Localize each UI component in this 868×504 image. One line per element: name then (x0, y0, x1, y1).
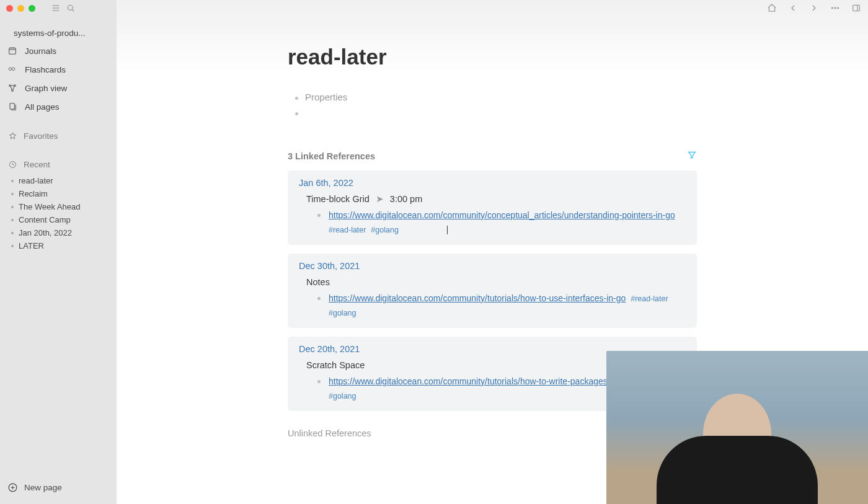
tag-link[interactable]: #golang (329, 392, 356, 400)
recent-label: Recent (24, 160, 50, 169)
linked-references-header[interactable]: 3 Linked References (288, 150, 697, 162)
close-window-button[interactable] (6, 5, 13, 12)
favorites-header[interactable]: Favorites (0, 127, 117, 144)
svg-point-0 (68, 5, 73, 10)
favorites-label: Favorites (24, 131, 58, 141)
reference-card: Jan 6th, 2022 Time-block Grid ➤ 3:00 pm … (288, 170, 697, 245)
svg-rect-6 (9, 48, 16, 54)
svg-rect-10 (10, 104, 14, 109)
svg-point-2 (835, 7, 836, 9)
reference-date-link[interactable]: Jan 6th, 2022 (299, 178, 353, 188)
calendar-icon (7, 46, 17, 56)
nav-journals[interactable]: Journals (0, 42, 117, 60)
chevron-right-icon: ➤ (376, 194, 384, 204)
recent-item[interactable]: The Week Ahead (9, 200, 117, 213)
text-cursor (447, 226, 448, 234)
search-icon[interactable] (65, 2, 76, 14)
webcam-overlay (606, 351, 868, 504)
recent-item[interactable]: Content Camp (9, 213, 117, 226)
reference-context[interactable]: Time-block Grid ➤ 3:00 pm (306, 194, 687, 204)
pages-icon (7, 102, 17, 112)
tag-link[interactable]: #golang (329, 309, 356, 317)
recent-item[interactable]: Reclaim (9, 187, 117, 200)
reference-card: Dec 30th, 2021 Notes https://www.digital… (288, 254, 697, 328)
sidebar: systems-of-produ... Journals Flashcards … (0, 0, 117, 504)
empty-block[interactable]: ​ (291, 105, 697, 120)
recent-item[interactable]: read-later (9, 174, 117, 187)
context-part: Scratch Space (306, 360, 365, 370)
page-blocks[interactable]: Properties ​ (291, 89, 697, 120)
home-icon[interactable] (766, 2, 777, 14)
recent-list: read-later Reclaim The Week Ahead Conten… (0, 174, 117, 252)
workspace-switcher[interactable]: systems-of-produ... (0, 25, 117, 42)
nav-label: All pages (25, 102, 60, 112)
context-part: Time-block Grid (306, 194, 370, 204)
filter-icon[interactable] (687, 150, 697, 162)
new-page-button[interactable]: New page (7, 482, 109, 493)
reference-block[interactable]: https://www.digitalocean.com/community/t… (317, 292, 687, 319)
right-sidebar-toggle-icon[interactable] (851, 2, 862, 14)
recent-item[interactable]: Jan 20th, 2022 (9, 226, 117, 239)
new-page-label: New page (24, 483, 62, 492)
reference-date-link[interactable]: Dec 20th, 2021 (299, 344, 360, 354)
recent-header[interactable]: Recent (0, 156, 117, 173)
infinity-icon (7, 64, 17, 74)
nav-flashcards[interactable]: Flashcards (0, 60, 117, 79)
back-icon[interactable] (787, 2, 799, 14)
nav-label: Flashcards (25, 65, 66, 74)
svg-point-3 (838, 7, 839, 9)
reference-link[interactable]: https://www.digitalocean.com/community/t… (329, 376, 630, 386)
context-part: Notes (306, 277, 330, 287)
reference-block[interactable]: https://www.digitalocean.com/community/c… (317, 209, 687, 236)
window-controls (6, 5, 35, 12)
linked-refs-count: 3 Linked References (288, 151, 375, 161)
recent-item[interactable]: LATER (9, 239, 117, 252)
tag-link[interactable]: #golang (371, 226, 399, 234)
nav-label: Graph view (25, 84, 67, 93)
svg-point-9 (12, 90, 14, 92)
forward-icon[interactable] (808, 2, 820, 14)
minimize-window-button[interactable] (17, 5, 24, 12)
reference-link[interactable]: https://www.digitalocean.com/community/t… (329, 293, 626, 303)
nav-label: Journals (25, 46, 56, 56)
reference-date-link[interactable]: Dec 30th, 2021 (299, 261, 360, 271)
nav-all-pages[interactable]: All pages (0, 97, 117, 116)
svg-point-1 (831, 7, 833, 9)
page-title: read-later (288, 45, 697, 69)
tag-link[interactable]: #read-later (631, 294, 668, 303)
nav-graph-view[interactable]: Graph view (0, 79, 117, 97)
menu-icon[interactable] (50, 2, 61, 14)
properties-label: Properties (305, 92, 347, 102)
star-icon (7, 131, 17, 141)
app-root: systems-of-produ... Journals Flashcards … (0, 0, 868, 504)
titlebar (0, 0, 868, 16)
tag-link[interactable]: #read-later (329, 226, 366, 234)
properties-block[interactable]: Properties (291, 89, 697, 105)
workspace-name: systems-of-produ... (14, 29, 103, 38)
more-icon[interactable] (830, 2, 841, 14)
graph-icon (7, 83, 17, 93)
clock-icon (7, 159, 17, 169)
reference-context[interactable]: Notes (306, 277, 687, 287)
reference-link[interactable]: https://www.digitalocean.com/community/c… (329, 210, 675, 220)
maximize-window-button[interactable] (29, 5, 35, 12)
context-part: 3:00 pm (390, 194, 422, 204)
svg-rect-4 (853, 5, 860, 11)
